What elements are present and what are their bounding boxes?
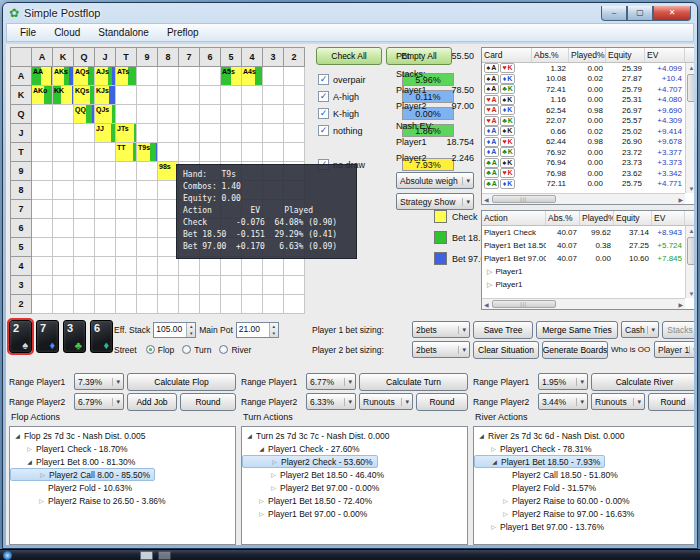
col-equity[interactable]: Equity <box>606 48 645 62</box>
col-played[interactable]: Played% <box>580 211 614 225</box>
matrix-cell[interactable] <box>95 181 116 200</box>
matrix-cell[interactable] <box>200 105 221 124</box>
matrix-cell[interactable] <box>263 257 284 276</box>
col-action[interactable]: Action <box>482 211 546 225</box>
col-played[interactable]: Played% <box>569 48 606 62</box>
checkbox-A-high[interactable]: ✓ <box>318 91 329 102</box>
tree-item[interactable]: ▷Player2 Raise to 60.00 - 0.00% <box>474 494 694 507</box>
matrix-cell[interactable] <box>116 257 137 276</box>
horizontal-scrollbar[interactable]: ◀ ||| ▶ <box>482 193 685 204</box>
matrix-cell[interactable] <box>263 86 284 105</box>
collapse-icon[interactable]: ◢ <box>490 458 499 465</box>
radio-button[interactable] <box>182 345 191 354</box>
matrix-cell-AKs[interactable]: AKs <box>53 67 74 86</box>
scroll-up-icon[interactable]: ▲ <box>689 63 694 72</box>
matrix-cell[interactable] <box>74 276 95 295</box>
matrix-cell[interactable] <box>53 257 74 276</box>
matrix-cell[interactable] <box>53 200 74 219</box>
matrix-cell[interactable] <box>53 105 74 124</box>
radio-River[interactable]: River <box>219 345 251 355</box>
checkbox-overpair[interactable]: ✓ <box>318 74 329 85</box>
matrix-cell-QQ[interactable]: QQ <box>74 105 95 124</box>
matrix-cell[interactable] <box>116 238 137 257</box>
round-button[interactable]: Round <box>416 393 468 411</box>
menu-cloud[interactable]: Cloud <box>45 25 89 40</box>
matrix-cell[interactable] <box>53 143 74 162</box>
tree-item[interactable]: ▷Player2 Bet 97.00 - 0.00% <box>242 481 467 494</box>
matrix-cell[interactable] <box>95 295 116 314</box>
combo-table-row[interactable]: ♣A♠K76.940.0023.73+3.373 <box>482 158 694 169</box>
tree-item[interactable]: ◢Flop 2s 7d 3c - Nash Dist. 0.005 <box>10 429 235 442</box>
chevron-down-icon[interactable]: ▾ <box>458 326 466 334</box>
merge-same-tries-button[interactable]: Merge Same Tries <box>536 321 618 339</box>
checkbox-nothing[interactable]: ✓ <box>318 125 329 136</box>
matrix-cell-JTs[interactable]: JTs <box>116 124 137 143</box>
scroll-down-icon[interactable]: ▼ <box>689 289 694 298</box>
calculate-flop-button[interactable]: Calculate Flop <box>127 373 236 391</box>
matrix-cell[interactable] <box>263 67 284 86</box>
matrix-cell[interactable] <box>200 86 221 105</box>
expand-icon[interactable]: ▷ <box>37 497 46 504</box>
chevron-down-icon[interactable]: ▾ <box>576 378 584 386</box>
matrix-cell-AJs[interactable]: AJs <box>95 67 116 86</box>
matrix-cell[interactable] <box>158 105 179 124</box>
scrollbar-thumb[interactable] <box>687 237 694 265</box>
chevron-down-icon[interactable]: ▾ <box>689 346 694 354</box>
chevron-down-icon[interactable]: ▾ <box>633 398 641 406</box>
matrix-cell[interactable] <box>179 276 200 295</box>
combo-table-row[interactable]: ♠A♣K72.410.0025.79+4.707 <box>482 84 694 95</box>
matrix-cell[interactable] <box>53 181 74 200</box>
p1-sizing-dropdown[interactable]: 2bets ▾ <box>412 321 470 338</box>
tree-item[interactable]: ◢Player1 Check - 27.60% <box>242 442 467 455</box>
matrix-cell[interactable] <box>137 162 158 181</box>
matrix-cell[interactable] <box>53 276 74 295</box>
matrix-cell[interactable] <box>32 143 53 162</box>
matrix-cell[interactable] <box>74 200 95 219</box>
matrix-cell[interactable] <box>137 238 158 257</box>
tree-item[interactable]: ▷Player2 Call 8.00 - 85.50% <box>10 468 155 481</box>
col-ev[interactable]: EV <box>645 48 685 62</box>
collapse-icon[interactable]: ◢ <box>25 458 34 465</box>
matrix-cell[interactable] <box>158 86 179 105</box>
radio-button[interactable] <box>219 345 228 354</box>
matrix-cell[interactable] <box>263 143 284 162</box>
taskbar-item[interactable] <box>140 551 153 560</box>
matrix-cell-JJ[interactable]: JJ <box>95 124 116 143</box>
col-card[interactable]: Card <box>482 48 532 62</box>
vertical-scrollbar[interactable]: ▲ ▼ <box>685 226 694 298</box>
taskbar-item[interactable] <box>158 551 171 560</box>
combo-table-row[interactable]: ♦A♠K0.660.0225.02+9.414 <box>482 126 694 137</box>
matrix-cell[interactable] <box>200 276 221 295</box>
matrix-cell[interactable] <box>32 295 53 314</box>
matrix-cell[interactable] <box>137 219 158 238</box>
matrix-cell[interactable] <box>95 276 116 295</box>
tree-item[interactable]: ▷Player1 Check - 78.31% <box>474 442 694 455</box>
matrix-cell[interactable] <box>53 295 74 314</box>
tree-item[interactable]: ▷Player2 Raise to 97.00 - 16.63% <box>474 507 694 520</box>
matrix-cell-ATs[interactable]: ATs <box>116 67 137 86</box>
scrollbar-thumb[interactable]: ||| <box>492 195 556 203</box>
matrix-cell[interactable] <box>242 105 263 124</box>
expand-icon[interactable]: ▷ <box>269 471 278 478</box>
matrix-cell[interactable] <box>158 276 179 295</box>
matrix-cell[interactable] <box>263 105 284 124</box>
weight-dropdown[interactable]: Absolute weigh▾ <box>396 172 474 189</box>
matrix-cell[interactable] <box>221 295 242 314</box>
matrix-cell[interactable] <box>95 200 116 219</box>
matrix-cell[interactable] <box>74 257 95 276</box>
board-card-6[interactable]: 6♦ <box>90 320 113 353</box>
matrix-cell-QJs[interactable]: QJs <box>95 105 116 124</box>
matrix-cell[interactable] <box>242 276 263 295</box>
matrix-cell[interactable] <box>242 257 263 276</box>
tree-item[interactable]: ▷Player1 Bet 97.00 - 0.00% <box>242 507 467 520</box>
maximize-button[interactable]: ▢ <box>627 6 653 21</box>
matrix-cell[interactable] <box>179 143 200 162</box>
matrix-cell[interactable] <box>32 257 53 276</box>
matrix-cell-AQs[interactable]: AQs <box>74 67 95 86</box>
matrix-cell[interactable] <box>284 276 305 295</box>
tree-item[interactable]: ◢Player1 Bet 18.50 - 7.93% <box>474 455 605 468</box>
spin-down-icon[interactable]: ▾ <box>187 330 195 337</box>
matrix-cell[interactable] <box>284 124 305 143</box>
spin-up-icon[interactable]: ▴ <box>270 323 278 330</box>
matrix-cell-AKo[interactable]: AKo <box>32 86 53 105</box>
